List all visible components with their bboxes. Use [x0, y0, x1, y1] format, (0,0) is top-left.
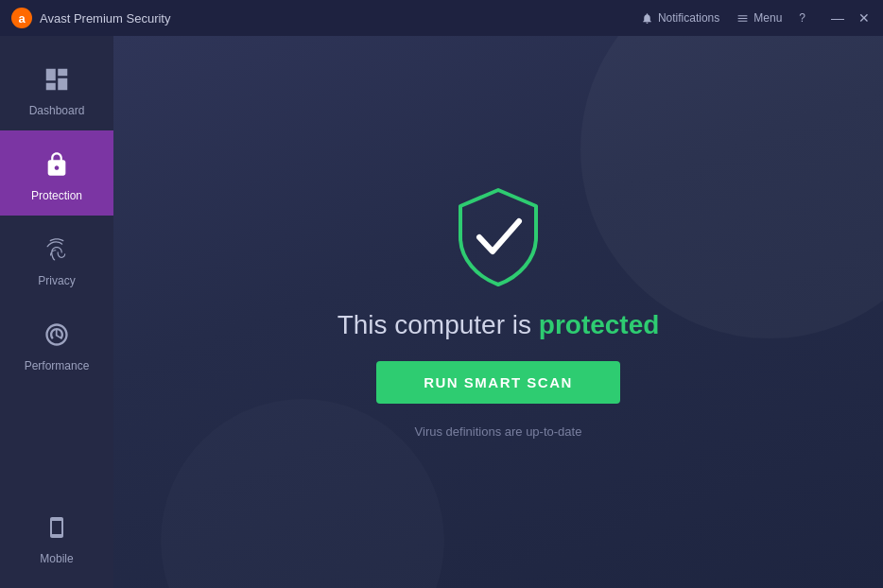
- status-text: This computer is protected: [338, 310, 660, 340]
- lock-icon: [43, 151, 70, 178]
- mobile-icon: [45, 516, 68, 539]
- sidebar-bottom: Mobile: [0, 493, 113, 588]
- title-bar-right: Notifications Menu ? — ✕: [641, 10, 872, 26]
- minimize-button[interactable]: —: [830, 10, 845, 26]
- protection-label: Protection: [31, 189, 82, 202]
- menu-label: Menu: [753, 11, 782, 25]
- sidebar-item-mobile[interactable]: Mobile: [0, 493, 113, 579]
- menu-button[interactable]: Menu: [736, 11, 782, 25]
- help-label: ?: [799, 11, 805, 25]
- status-highlight: protected: [539, 310, 660, 339]
- mobile-icon-wrap: [40, 510, 74, 545]
- run-smart-scan-button[interactable]: RUN SMART SCAN: [376, 361, 620, 404]
- fingerprint-icon: [43, 236, 70, 263]
- bell-icon: [641, 12, 653, 25]
- dashboard-icon-wrap: [40, 62, 74, 96]
- protection-icon-wrap: [40, 147, 74, 182]
- title-bar-left: a Avast Premium Security: [11, 8, 170, 28]
- notifications-button[interactable]: Notifications: [641, 11, 719, 25]
- center-content: This computer is protected RUN SMART SCA…: [338, 185, 660, 439]
- mobile-label: Mobile: [40, 552, 73, 565]
- privacy-label: Privacy: [38, 274, 75, 287]
- app-title: Avast Premium Security: [40, 11, 170, 26]
- sidebar-item-performance[interactable]: Performance: [0, 301, 113, 386]
- notifications-label: Notifications: [658, 11, 719, 25]
- speedometer-icon: [43, 321, 70, 348]
- dashboard-icon: [43, 65, 71, 94]
- avast-logo-icon: a: [11, 8, 32, 28]
- app-body: Dashboard Protection Privacy: [0, 36, 883, 588]
- title-bar: a Avast Premium Security Notifications M…: [0, 0, 883, 36]
- shield-status-icon: [451, 185, 545, 289]
- main-content: This computer is protected RUN SMART SCA…: [113, 36, 883, 588]
- sidebar-item-privacy[interactable]: Privacy: [0, 216, 113, 301]
- performance-icon-wrap: [40, 318, 74, 352]
- sidebar-item-dashboard[interactable]: Dashboard: [0, 45, 113, 130]
- dashboard-label: Dashboard: [29, 104, 85, 117]
- sidebar: Dashboard Protection Privacy: [0, 36, 113, 588]
- performance-label: Performance: [25, 359, 90, 372]
- sidebar-item-protection[interactable]: Protection: [0, 130, 113, 216]
- help-button[interactable]: ?: [799, 11, 805, 25]
- window-controls: — ✕: [830, 10, 872, 26]
- privacy-icon-wrap: [40, 233, 74, 267]
- menu-icon: [736, 12, 749, 25]
- virus-definitions-text: Virus definitions are up-to-date: [415, 424, 582, 439]
- close-button[interactable]: ✕: [857, 10, 872, 26]
- svg-text:a: a: [18, 11, 26, 26]
- status-prefix: This computer is: [338, 310, 539, 339]
